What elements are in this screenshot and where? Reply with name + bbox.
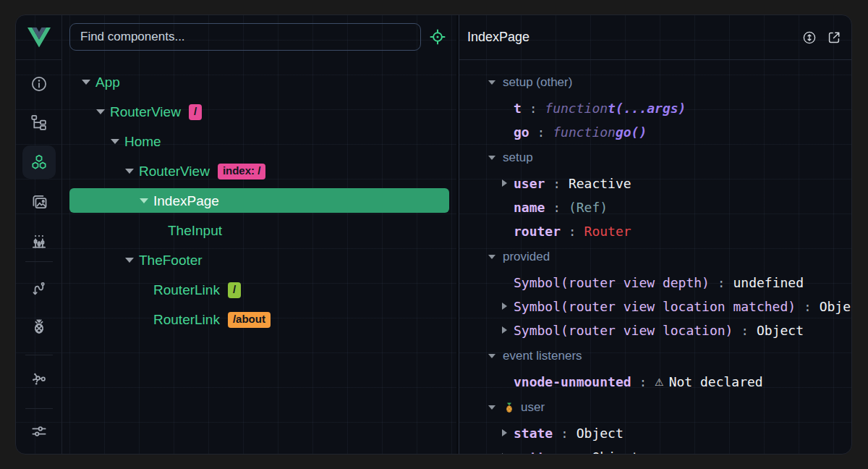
prop-value: (Ref) (569, 200, 608, 215)
expand-caret-icon[interactable] (82, 80, 90, 85)
component-name: TheInput (168, 223, 222, 239)
section-caret-icon[interactable] (488, 255, 495, 259)
component-name: RouterView (110, 104, 181, 120)
route-badge: / (228, 282, 241, 298)
component-name: TheFooter (139, 253, 203, 269)
tree-row-routerview[interactable]: RouterView/ (62, 97, 457, 127)
colon-separator (529, 124, 553, 140)
expand-caret-icon[interactable] (125, 258, 134, 263)
tree-row-thefooter[interactable]: TheFooter (62, 245, 457, 275)
section-caret-icon[interactable] (488, 80, 495, 85)
state-section-user[interactable]: user (459, 394, 852, 421)
sidebar-item-settings settings-icon[interactable] (25, 417, 54, 446)
prop-key: t (514, 101, 522, 116)
sidebar-item-timeline timeline-icon[interactable] (25, 227, 54, 255)
tree-row-routerlink[interactable]: RouterLink/about (62, 305, 457, 334)
sidebar-item-overview info-icon[interactable] (25, 69, 54, 98)
state-prop-row: Symbol(router view depth)undefined (459, 271, 852, 295)
prop-key: Symbol(router view location) (514, 323, 733, 338)
prop-key: go (514, 124, 529, 140)
state-prop-row: tfunction t(...args) (459, 96, 852, 120)
state-section-setup-other-[interactable]: setup (other) (459, 69, 852, 96)
sidebar-divider (25, 355, 53, 355)
sidebar-item-graph graph-icon[interactable] (25, 364, 54, 393)
sidebar-item-router router-icon[interactable] (25, 274, 54, 303)
devtools-window: AppRouterView/HomeRouterViewindex: /Inde… (15, 14, 852, 455)
component-name: RouterLink (153, 312, 220, 328)
component-name: RouterView (139, 164, 210, 179)
expand-caret-icon[interactable] (140, 198, 148, 203)
state-prop-row: vnode-unmounted⚠Not declared (459, 370, 852, 394)
prop-value: Not declared (669, 374, 763, 389)
colon-separator (545, 176, 569, 191)
prop-value: Reactive (569, 176, 631, 191)
section-caret-icon[interactable] (488, 156, 495, 160)
expand-caret-icon[interactable] (96, 109, 105, 114)
section-label: provided (503, 250, 550, 264)
function-signature: go() (616, 124, 647, 140)
colon-separator (522, 101, 545, 116)
section-label: setup (503, 151, 533, 165)
colon-separator (631, 374, 655, 389)
expand-arrow-icon[interactable] (502, 303, 507, 310)
section-label: user (521, 400, 545, 415)
scroll-to-component-icon[interactable] (801, 30, 817, 46)
prop-key: getters (514, 449, 569, 455)
prop-key: user (514, 176, 545, 191)
tree-row-theinput[interactable]: TheInput (62, 216, 457, 245)
state-section-event-listeners[interactable]: event listeners (459, 342, 852, 370)
sidebar-item-components components-icon[interactable] (22, 145, 56, 179)
prop-key: state (514, 426, 553, 441)
expand-arrow-icon[interactable] (502, 453, 507, 455)
expand-arrow-icon[interactable] (502, 179, 507, 187)
component-picker-button crosshair-icon[interactable] (428, 28, 447, 46)
sidebar-item-pages hierarchy-icon[interactable] (25, 108, 54, 137)
prop-key: Symbol(router view location matched) (514, 299, 796, 314)
warning-icon: ⚠ (655, 376, 664, 388)
expand-caret-icon[interactable] (111, 139, 119, 144)
colon-separator (569, 449, 592, 455)
selected-row-highlight (69, 188, 449, 213)
state-prop-row: name(Ref) (459, 195, 852, 219)
expand-arrow-icon[interactable] (502, 326, 507, 334)
route-badge: index: / (218, 164, 266, 179)
tree-row-indexpage[interactable]: IndexPage (62, 186, 457, 216)
inspector-header: IndexPage (459, 15, 852, 60)
component-name: Home (124, 134, 161, 150)
sidebar-item-pinia pinia-icon[interactable] (25, 312, 54, 341)
sidebar-divider (25, 261, 53, 262)
function-keyword: function (553, 124, 616, 140)
expand-caret-icon[interactable] (125, 169, 134, 174)
state-prop-row: userReactive (459, 172, 852, 195)
open-in-editor-icon[interactable] (826, 30, 842, 46)
state-prop-row: Symbol(router view location matched)Obje… (459, 295, 852, 318)
prop-value: Object (592, 449, 639, 455)
colon-separator (796, 299, 820, 314)
function-signature: t(...args) (608, 101, 686, 116)
section-label: event listeners (503, 349, 582, 363)
vue-logo[interactable] (16, 15, 61, 60)
tree-row-routerlink[interactable]: RouterLink/ (62, 275, 457, 305)
section-caret-icon[interactable] (488, 405, 495, 410)
state-prop-row: routerRouter (459, 219, 852, 243)
sidebar-divider (25, 408, 53, 409)
search-input[interactable] (69, 23, 421, 51)
section-caret-icon[interactable] (488, 354, 495, 358)
tree-row-app[interactable]: App (62, 67, 457, 97)
state-section-provided[interactable]: provided (459, 243, 852, 271)
component-name: RouterLink (153, 282, 220, 298)
state-prop-row: gofunction go() (459, 120, 852, 144)
prop-key: vnode-unmounted (514, 374, 631, 389)
expand-arrow-icon[interactable] (502, 429, 507, 436)
prop-value: Router (584, 224, 631, 239)
colon-separator (561, 224, 584, 239)
state-section-setup[interactable]: setup (459, 144, 852, 172)
tree-row-home[interactable]: Home (62, 127, 457, 156)
route-badge: /about (228, 312, 271, 328)
tree-row-routerview[interactable]: RouterViewindex: / (62, 156, 457, 186)
prop-key: name (514, 200, 545, 215)
component-name: App (95, 75, 120, 90)
component-tree-panel: AppRouterView/HomeRouterViewindex: /Inde… (62, 15, 457, 454)
colon-separator (733, 323, 757, 338)
sidebar-item-assets assets-icon[interactable] (25, 187, 54, 216)
